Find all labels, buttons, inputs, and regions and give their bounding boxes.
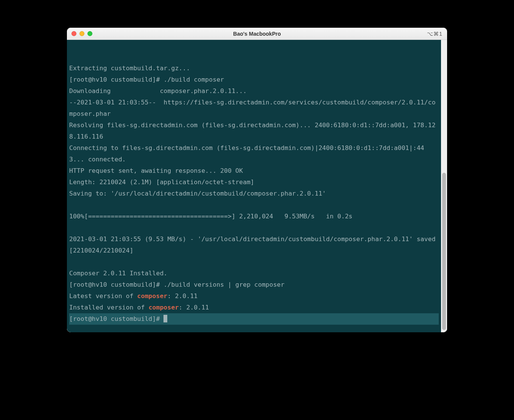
terminal-line: 2021-03-01 21:03:55 (9.53 MB/s) - '/usr/… [69,234,439,256]
terminal-line: Resolving files-sg.directadmin.com (file… [69,120,439,142]
terminal-output[interactable]: Extracting custombuild.tar.gz...[root@hv… [67,40,441,332]
terminal-line: Connecting to files-sg.directadmin.com (… [69,142,439,165]
terminal-line [69,256,439,268]
terminal-line: HTTP request sent, awaiting response... … [69,165,439,177]
terminal-line: Length: 2210024 (2.1M) [application/octe… [69,177,439,188]
terminal-line [69,199,439,211]
cursor-icon [163,315,167,322]
terminal-line: Composer 2.0.11 Installed. [69,268,439,279]
grep-match: composer [137,292,167,300]
terminal-line: Extracting custombuild.tar.gz... [69,63,439,74]
zoom-icon[interactable] [87,31,92,36]
terminal-line: Installed version of composer: 2.0.11 [69,302,439,313]
titlebar[interactable]: Bao's MacbookPro ⌥⌘1 [67,28,447,40]
minimize-icon[interactable] [79,31,84,36]
scrollbar-track[interactable] [441,40,447,332]
terminal-line: 100%[===================================… [69,211,439,222]
grep-match: composer [149,304,179,311]
prompt-line[interactable]: [root@hv10 custombuild]# [69,313,439,325]
terminal-line: Latest version of composer: 2.0.11 [69,291,439,302]
terminal-line: [root@hv10 custombuild]# ./build compose… [69,74,439,85]
terminal-wrap: Extracting custombuild.tar.gz...[root@hv… [67,40,447,332]
terminal-line: Downloading composer.phar.2.0.11... [69,85,439,97]
terminal-line: [root@hv10 custombuild]# ./build version… [69,279,439,291]
scrollbar-thumb[interactable] [442,173,446,330]
window-shortcut-label: ⌥⌘1 [427,31,443,37]
terminal-window: Bao's MacbookPro ⌥⌘1 Extracting custombu… [67,28,447,332]
terminal-line: Saving to: '/usr/local/directadmin/custo… [69,188,439,199]
close-icon[interactable] [71,31,76,36]
traffic-lights [71,31,92,36]
window-title: Bao's MacbookPro [67,31,447,37]
terminal-line [69,222,439,234]
terminal-line: --2021-03-01 21:03:55-- https://files-sg… [69,97,439,120]
